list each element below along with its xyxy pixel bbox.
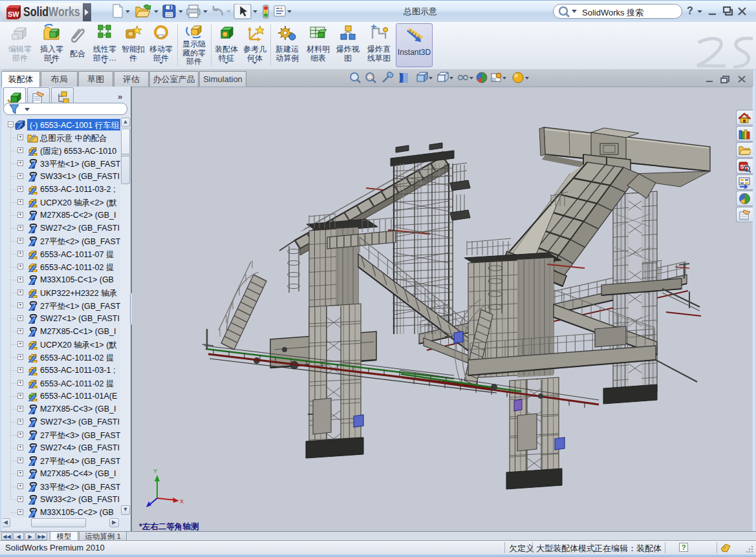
svg-text:SW: SW [8,10,19,18]
svg-text:X: X [180,498,184,505]
svg-text:Y: Y [153,468,157,474]
